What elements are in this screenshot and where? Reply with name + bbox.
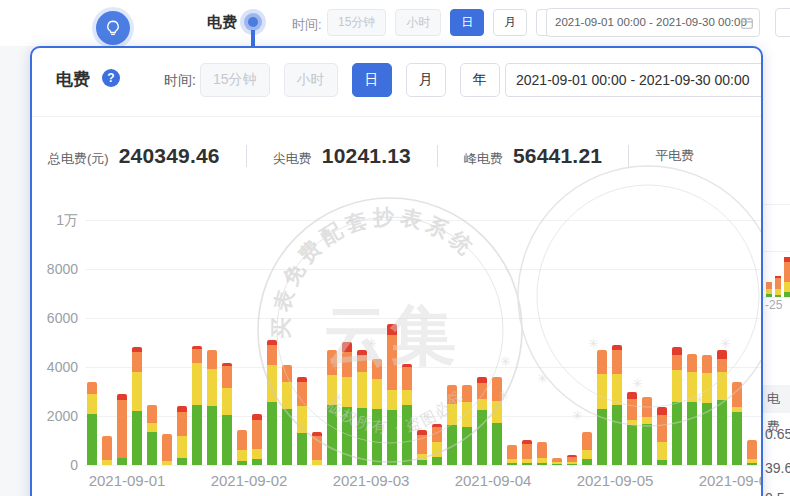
bar-green-segment [192,405,202,465]
time-range-button-group: 15分钟小时日月年 [327,9,570,36]
bar-orange-segment [162,434,172,461]
bar-green-segment [732,412,742,465]
bar-red-segment [357,350,367,355]
svg-text:✳: ✳ [720,336,731,351]
time-button-month[interactable]: 月 [493,9,527,36]
svg-text:✳: ✳ [500,354,511,369]
bar-yellow-segment [87,394,97,414]
time-button-day[interactable]: 日 [352,63,392,97]
mini-bar-segment [775,295,781,297]
underlying-x-axis-label: -25 [765,298,782,312]
underlying-table-value: 0.65 [765,426,790,442]
bar-yellow-segment [252,449,262,459]
x-axis-label: 2021-09-05 [560,472,670,489]
bar-red-segment [627,392,637,399]
bar [312,432,322,465]
bar-green-segment [327,405,337,465]
bar-green-segment [432,457,442,465]
bar-yellow-segment [537,458,547,463]
gridline [85,269,763,270]
bar-orange-segment [147,405,157,423]
bar-yellow-segment [357,372,367,408]
time-button-year[interactable]: 年 [460,63,500,97]
bar-orange-segment [612,350,622,374]
time-button-month[interactable]: 月 [406,63,446,97]
bar-orange-segment [342,352,352,377]
bar-red-segment [222,363,232,365]
bar-yellow-segment [162,461,172,465]
bar-orange-segment [387,335,397,390]
bar [597,350,607,465]
bar-yellow-segment [402,390,412,405]
bar-yellow-segment [237,450,247,461]
bar-orange-segment [762,426,763,448]
clipped-button[interactable] [775,8,790,37]
bar-green-segment [537,463,547,465]
svg-text:✳: ✳ [366,336,377,351]
bar-yellow-segment [762,448,763,459]
bar-orange-segment [207,350,217,370]
bar-green-segment [177,458,187,465]
bar-yellow-segment [432,442,442,457]
bar-yellow-segment [747,459,757,463]
bar-yellow-segment [102,460,112,465]
bar-green-segment [87,414,97,465]
electricity-fee-dialog: 电费 ? 时间: 15分钟小时日月年 2021-09-01 00:00 - 20… [30,46,763,496]
bar [177,406,187,465]
sidebar-lightbulb-button[interactable] [96,11,130,45]
bar-orange-segment [132,352,142,372]
bar-yellow-segment [132,372,142,411]
lightbulb-icon [104,19,122,37]
gridline [85,220,763,221]
bar-yellow-segment [732,407,742,412]
bar [732,382,742,465]
bar [207,350,217,465]
date-range-input[interactable]: 2021-09-01 00:00 - 2021-09-30 00:00 [546,8,760,37]
time-button-day[interactable]: 日 [450,9,484,36]
date-range-input[interactable]: 2021-09-01 00:00 - 2021-09-30 00:00 [505,63,763,97]
bar-green-segment [627,425,637,465]
bar-orange-segment [597,350,607,374]
bar-yellow-segment [267,365,277,402]
bar-orange-segment [507,445,517,459]
svg-text:买表免费配套抄表系统: 买表免费配套抄表系统 [269,205,480,339]
stat-divider [437,145,438,167]
bar-orange-segment [657,415,667,442]
bar-red-segment [117,394,127,400]
y-axis-label: 8000 [34,261,78,277]
bar-green-segment [387,410,397,465]
bar-red-segment [522,440,532,444]
bar [537,442,547,465]
bar-red-segment [387,324,397,336]
bar-yellow-segment [672,370,682,402]
bar-red-segment [477,377,487,383]
bar-green-segment [492,423,502,465]
stat-label: 峰电费 [464,150,503,168]
x-axis-label: 2021-09-04 [438,472,548,489]
bar-orange-segment [417,435,427,453]
bar [372,359,382,465]
bar-orange-segment [357,355,367,372]
bar [252,414,262,465]
bar-red-segment [432,424,442,427]
bar-orange-segment [297,382,307,407]
bar-green-segment [132,411,142,465]
underlying-table-header: 电费 [763,385,790,413]
stat-item: 尖电费10241.13 [273,144,411,168]
bar [477,377,487,465]
bar-green-segment [567,464,577,465]
bar [147,405,157,465]
bar-orange-segment [447,385,457,404]
bar [567,455,577,465]
gridline [85,367,763,368]
bar-orange-segment [477,383,487,399]
bar-yellow-segment [447,404,457,425]
bar-yellow-segment [327,375,337,405]
bar-orange-segment [732,382,742,407]
bar [282,365,292,465]
y-axis-label: 2000 [34,408,78,424]
bar-orange-segment [327,350,337,375]
bar-green-segment [147,432,157,465]
bar-orange-segment [627,399,637,420]
help-icon[interactable]: ? [102,69,120,87]
